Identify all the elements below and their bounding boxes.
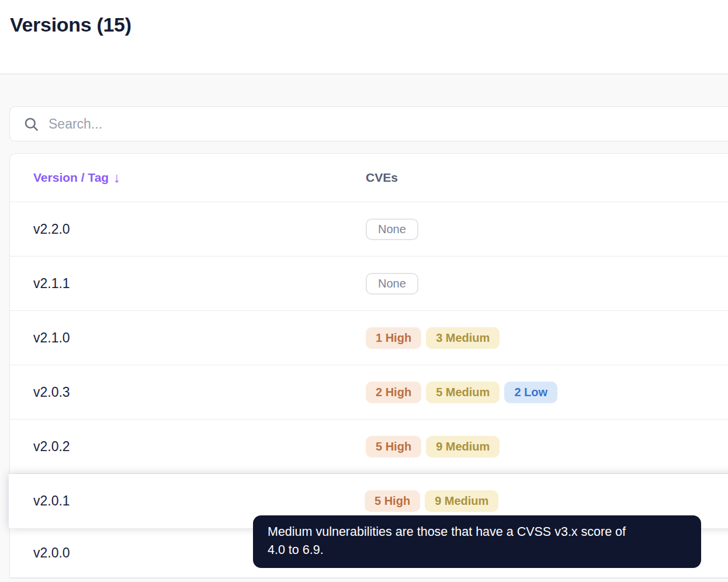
versions-table: Version / Tag ↓ CVEs v2.2.0Nonev2.1.1Non… xyxy=(9,153,728,578)
cves-cell: None xyxy=(366,219,728,240)
search-input[interactable] xyxy=(48,116,728,132)
search-icon xyxy=(23,116,39,132)
version-cell: v2.0.2 xyxy=(10,439,366,455)
cve-badge-none[interactable]: None xyxy=(366,219,418,240)
version-cell: v2.2.0 xyxy=(10,221,366,237)
table-row[interactable]: v2.0.25 High9 Medium xyxy=(10,420,728,474)
version-cell: v2.0.1 xyxy=(9,493,365,509)
cve-badge-low[interactable]: 2 Low xyxy=(504,382,557,403)
versions-page: Versions (15) Version / Tag ↓ CVEs v2.2.… xyxy=(0,0,728,582)
table-row[interactable]: v2.2.0None xyxy=(10,202,728,257)
medium-cve-tooltip: Medium vulnerabilities are those that ha… xyxy=(253,515,701,568)
sort-descending-icon: ↓ xyxy=(113,170,120,186)
cves-cell: 2 High5 Medium2 Low xyxy=(366,382,728,403)
cve-badge-none[interactable]: None xyxy=(366,273,418,295)
cve-badge-medium[interactable]: 5 Medium xyxy=(426,382,500,403)
cves-cell: 1 High3 Medium xyxy=(366,327,728,349)
tooltip-line-1: Medium vulnerabilities are those that ha… xyxy=(268,523,687,541)
cve-badge-high[interactable]: 5 High xyxy=(366,436,421,458)
table-header-row: Version / Tag ↓ CVEs xyxy=(10,154,728,202)
page-title: Versions (15) xyxy=(10,13,728,36)
cves-cell: None xyxy=(366,273,728,295)
page-header: Versions (15) xyxy=(0,0,728,74)
column-header-version-tag[interactable]: Version / Tag ↓ xyxy=(10,170,366,186)
table-row[interactable]: v2.1.01 High3 Medium xyxy=(10,311,728,365)
cve-badge-high[interactable]: 5 High xyxy=(365,490,420,512)
cve-badge-high[interactable]: 2 High xyxy=(366,382,421,403)
version-cell: v2.1.1 xyxy=(10,276,366,292)
column-header-cves: CVEs xyxy=(366,171,728,185)
cves-cell: 5 High9 Medium xyxy=(366,436,728,458)
cve-badge-medium[interactable]: 9 Medium xyxy=(425,490,498,512)
search-bar[interactable] xyxy=(9,106,728,141)
cve-badge-high[interactable]: 1 High xyxy=(366,327,421,349)
cve-badge-medium[interactable]: 3 Medium xyxy=(426,327,500,349)
cve-badge-medium[interactable]: 9 Medium xyxy=(426,436,500,458)
table-row[interactable]: v2.1.1None xyxy=(10,257,728,311)
column-header-version-label: Version / Tag xyxy=(33,171,109,185)
version-cell: v2.1.0 xyxy=(10,330,366,346)
table-row[interactable]: v2.0.32 High5 Medium2 Low xyxy=(10,365,728,420)
version-cell: v2.0.3 xyxy=(10,384,366,400)
tooltip-line-2: 4.0 to 6.9. xyxy=(268,541,687,559)
cves-cell: 5 High9 Medium xyxy=(365,490,728,512)
